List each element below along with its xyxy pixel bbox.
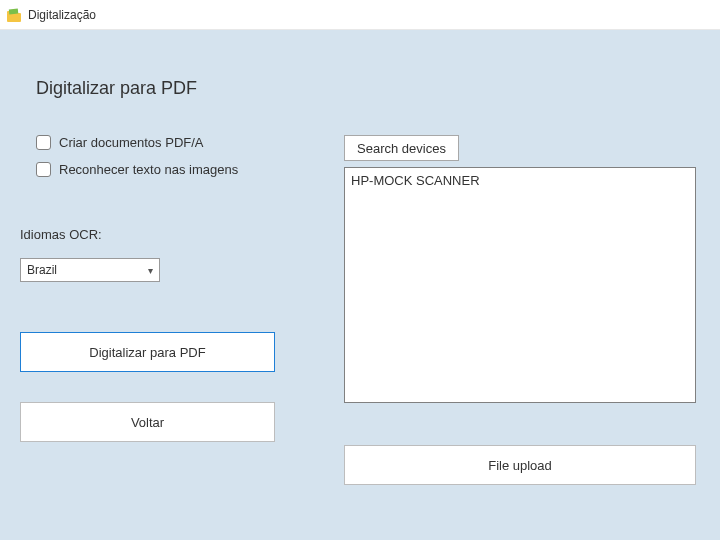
back-button[interactable]: Voltar <box>20 402 275 442</box>
checkbox-pdfa-label: Criar documentos PDF/A <box>59 135 204 150</box>
svg-rect-0 <box>7 13 21 22</box>
checkbox-box-icon <box>36 162 51 177</box>
window-title: Digitalização <box>28 8 96 22</box>
file-upload-label: File upload <box>488 458 552 473</box>
ocr-languages-label: Idiomas OCR: <box>20 227 320 242</box>
app-icon <box>6 7 22 23</box>
ocr-language-select[interactable]: Brazil ▾ <box>20 258 160 282</box>
device-item-label: HP-MOCK SCANNER <box>351 173 480 188</box>
devices-column: Search devices HP-MOCK SCANNER File uplo… <box>344 135 700 485</box>
content-area: Digitalizar para PDF Criar documentos PD… <box>0 30 720 540</box>
svg-rect-2 <box>9 8 18 14</box>
device-item[interactable]: HP-MOCK SCANNER <box>351 172 689 189</box>
checkbox-ocr[interactable]: Reconhecer texto nas imagens <box>36 162 320 177</box>
ocr-language-selected: Brazil <box>27 263 57 277</box>
search-devices-button[interactable]: Search devices <box>344 135 459 161</box>
titlebar: Digitalização <box>0 0 720 30</box>
checkbox-box-icon <box>36 135 51 150</box>
checkbox-pdfa[interactable]: Criar documentos PDF/A <box>36 135 320 150</box>
device-list[interactable]: HP-MOCK SCANNER <box>344 167 696 403</box>
options-column: Criar documentos PDF/A Reconhecer texto … <box>20 135 320 485</box>
search-devices-label: Search devices <box>357 141 446 156</box>
scan-to-pdf-button[interactable]: Digitalizar para PDF <box>20 332 275 372</box>
page-heading: Digitalizar para PDF <box>36 78 700 99</box>
chevron-down-icon: ▾ <box>148 265 153 276</box>
back-button-label: Voltar <box>131 415 164 430</box>
checkbox-ocr-label: Reconhecer texto nas imagens <box>59 162 238 177</box>
scan-to-pdf-label: Digitalizar para PDF <box>89 345 205 360</box>
file-upload-button[interactable]: File upload <box>344 445 696 485</box>
